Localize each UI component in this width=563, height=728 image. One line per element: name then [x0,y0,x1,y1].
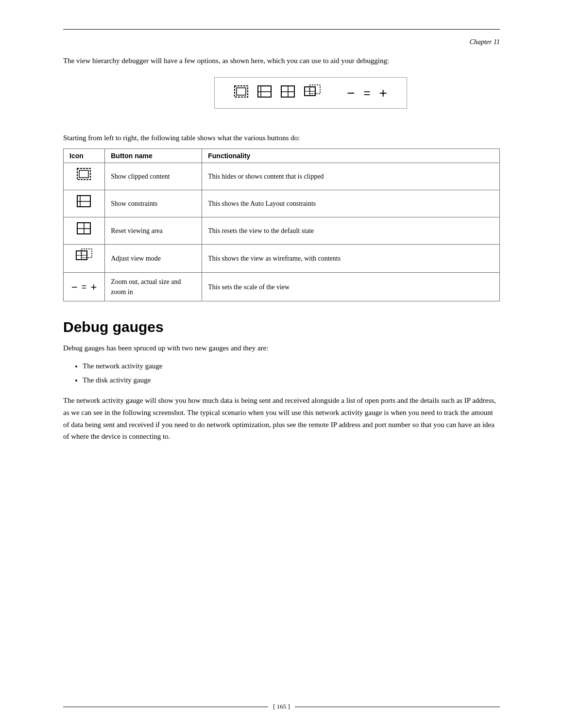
toolbar-box: − = + [214,77,407,109]
table-row: Reset viewing area This resets the view … [64,217,500,245]
btn-name-2: Show constraints [105,190,202,217]
table-intro-label: Starting from left to right, the followi… [63,132,500,144]
footer-rule-right [295,707,500,707]
func-cell-2: This shows the Auto Layout constraints [202,190,500,217]
page-number: [ 165 ] [268,703,295,711]
btn-name-4: Adjust view mode [105,245,202,273]
zoom-in-icon: + [379,86,387,100]
intro-text: The view hierarchy debugger will have a … [63,55,500,66]
body-paragraph: The network activity gauge will show you… [63,395,500,443]
icon-cell-5: − = + [64,273,105,301]
svg-rect-13 [79,170,88,178]
equals-icon: = [82,281,87,294]
icon-cell-3 [64,217,105,245]
col-header-button-name: Button name [105,149,202,163]
page: Chapter 11 The view hierarchy debugger w… [0,0,563,728]
section-intro-text: Debug gauges has been spruced up with tw… [63,342,500,354]
icon-cell-4 [64,245,105,273]
func-cell-5: This sets the scale of the view [202,273,500,301]
table-row: Show clipped content This hides or shows… [64,163,500,190]
page-footer: [ 165 ] [0,703,563,711]
btn-name-3: Reset viewing area [105,217,202,245]
chapter-label: Chapter 11 [63,38,500,46]
func-cell-3: This resets the view to the default stat… [202,217,500,245]
func-cell-4: This shows the view as wireframe, with c… [202,245,500,273]
table-row: Adjust view mode This shows the view as … [64,245,500,273]
actual-size-icon: = [363,87,370,99]
zoom-icons: − = + [71,279,97,295]
zoom-out-icon: − [347,86,355,100]
icon-cell-1 [64,163,105,190]
buttons-table: Icon Button name Functionality Show clip… [63,149,500,301]
table-row: Show constraints This shows the Auto Lay… [64,190,500,217]
btn-name-5: Zoom out, actual size and zoom in [105,273,202,301]
show-clipped-icon [234,85,249,100]
col-header-functionality: Functionality [202,149,500,163]
list-item: The network activity gauge [83,360,500,373]
show-constraints-icon [257,85,272,100]
reset-viewing-icon [281,85,295,100]
plus-icon: + [90,279,97,295]
col-header-icon: Icon [64,149,105,163]
adjust-view-icon [304,84,321,101]
section-heading: Debug gauges [63,319,500,335]
icon-cell-2 [64,190,105,217]
table-row: − = + Zoom out, actual size and zoom in … [64,273,500,301]
minus-icon: − [71,279,78,295]
list-item: The disk activity gauge [83,374,500,387]
top-rule [63,29,500,30]
footer-rule-left [63,707,268,707]
btn-name-1: Show clipped content [105,163,202,190]
bullet-list: The network activity gauge The disk acti… [83,360,500,387]
toolbar-image-container: − = + [63,77,500,120]
func-cell-1: This hides or shows content that is clip… [202,163,500,190]
toolbar-icons: − = + [234,84,387,101]
table-header-row: Icon Button name Functionality [64,149,500,163]
svg-rect-1 [237,88,246,95]
